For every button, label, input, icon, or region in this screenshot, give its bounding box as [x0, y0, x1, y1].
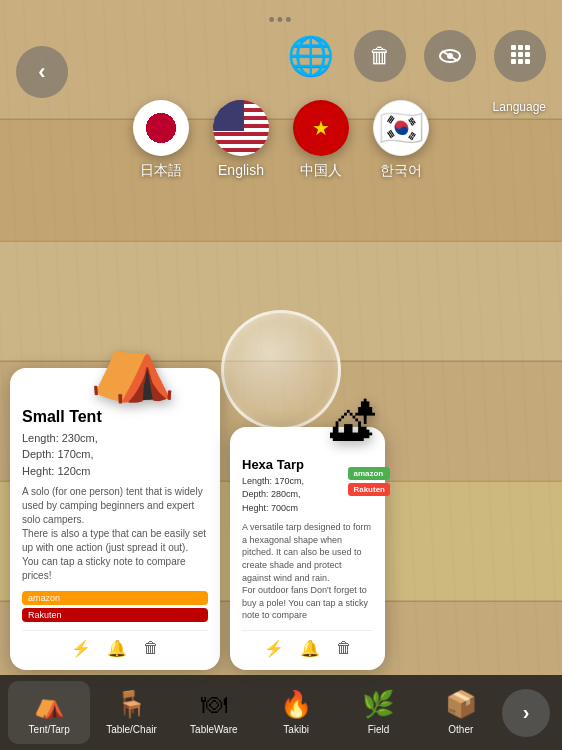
tarp-card-description: A versatile tarp designed to form a hexa… — [242, 521, 373, 622]
korea-flag: 🇰🇷 — [373, 100, 429, 156]
other-icon: 📦 — [445, 689, 477, 720]
tent-card-icons: ⚡ 🔔 🗑 — [22, 630, 208, 658]
globe-icon: 🌐 — [287, 34, 334, 78]
language-item-korean[interactable]: 🇰🇷 한국어 — [373, 100, 429, 180]
nav-items: ⛺ Tent/Tarp 🪑 Table/Chair 🍽 TableWare 🔥 … — [8, 681, 502, 744]
language-item-chinese[interactable]: ★ 中国人 — [293, 100, 349, 180]
takibi-icon: 🔥 — [280, 689, 312, 720]
nav-item-takibi[interactable]: 🔥 Takibi — [255, 681, 337, 744]
tent-image: ⛺ — [89, 323, 176, 405]
svg-rect-11 — [525, 59, 530, 64]
nav-back-button[interactable]: › — [502, 689, 550, 737]
amazon-sticky[interactable]: amazon — [348, 467, 390, 480]
japanese-label: 日本語 — [140, 162, 182, 180]
svg-rect-3 — [511, 45, 516, 50]
svg-rect-5 — [525, 45, 530, 50]
tarp-trash-icon[interactable]: 🗑 — [336, 639, 352, 658]
tent-card-title: Small Tent — [22, 408, 208, 426]
language-label: Language — [493, 100, 546, 114]
tableware-label: TableWare — [190, 724, 237, 736]
language-item-japanese[interactable]: 日本語 — [133, 100, 189, 180]
nav-back-icon: › — [523, 701, 530, 724]
table-chair-label: Table/Chair — [106, 724, 157, 736]
tent-card-specs: Length: 230cm,Depth: 170cm,Heght: 120cm — [22, 430, 208, 480]
trash-button[interactable]: 🗑 — [354, 30, 406, 82]
tent-card-description: A solo (for one person) tent that is wid… — [22, 485, 208, 583]
three-dots-menu[interactable]: ••• — [269, 10, 294, 31]
tent-shop-links: amazon Rakuten — [22, 591, 208, 622]
tent-trash-icon[interactable]: 🗑 — [143, 639, 159, 658]
svg-rect-8 — [525, 52, 530, 57]
svg-rect-4 — [518, 45, 523, 50]
svg-rect-9 — [511, 59, 516, 64]
trash-icon: 🗑 — [369, 43, 391, 69]
rakuten-link[interactable]: Rakuten — [22, 608, 208, 622]
hexa-tarp-card: 🏕 Hexa Tarp Length: 170cm,Depth: 280cm,H… — [230, 427, 385, 670]
small-tent-card: ⛺ Small Tent Length: 230cm,Depth: 170cm,… — [10, 368, 220, 671]
bottom-navigation: ⛺ Tent/Tarp 🪑 Table/Chair 🍽 TableWare 🔥 … — [0, 675, 562, 750]
nav-item-other[interactable]: 📦 Other — [420, 681, 502, 744]
toolbar-left: ‹ — [16, 46, 68, 98]
takibi-label: Takibi — [283, 724, 309, 736]
tent-tarp-label: Tent/Tarp — [29, 724, 70, 736]
field-label: Field — [368, 724, 390, 736]
tarp-card-icons: ⚡ 🔔 🗑 — [242, 630, 373, 658]
table-chair-icon: 🪑 — [115, 689, 147, 720]
globe-button[interactable]: 🌐 — [284, 30, 336, 82]
rakuten-sticky[interactable]: Rakuten — [348, 483, 390, 496]
toolbar-icons: 🌐 🗑 — [284, 30, 546, 82]
svg-rect-7 — [518, 52, 523, 57]
china-flag: ★ — [293, 100, 349, 156]
svg-rect-10 — [518, 59, 523, 64]
english-label: English — [218, 162, 264, 178]
grid-button[interactable] — [494, 30, 546, 82]
tarp-sticky-notes: amazon Rakuten — [348, 467, 390, 496]
back-button[interactable]: ‹ — [16, 46, 68, 98]
tarp-bell-icon[interactable]: 🔔 — [300, 639, 320, 658]
usa-flag — [213, 100, 269, 156]
tent-tarp-icon: ⛺ — [33, 689, 65, 720]
tarp-lightning-icon[interactable]: ⚡ — [264, 639, 284, 658]
japan-flag — [133, 100, 189, 156]
tableware-icon: 🍽 — [201, 689, 227, 720]
grid-icon — [510, 44, 530, 68]
chinese-label: 中国人 — [300, 162, 342, 180]
nav-item-table-chair[interactable]: 🪑 Table/Chair — [90, 681, 172, 744]
tent-lightning-icon[interactable]: ⚡ — [71, 639, 91, 658]
language-panel: 日本語 English ★ 中国人 🇰🇷 한국어 — [133, 100, 429, 180]
eye-icon — [439, 45, 461, 68]
korean-label: 한국어 — [380, 162, 422, 180]
language-item-english[interactable]: English — [213, 100, 269, 178]
svg-line-2 — [442, 51, 458, 61]
nav-item-tent-tarp[interactable]: ⛺ Tent/Tarp — [8, 681, 90, 744]
tent-bell-icon[interactable]: 🔔 — [107, 639, 127, 658]
amazon-link[interactable]: amazon — [22, 591, 208, 605]
eye-button[interactable] — [424, 30, 476, 82]
other-label: Other — [448, 724, 473, 736]
svg-rect-6 — [511, 52, 516, 57]
field-icon: 🌿 — [362, 689, 394, 720]
tarp-image: 🏕 — [330, 397, 375, 449]
nav-item-field[interactable]: 🌿 Field — [337, 681, 419, 744]
cards-area: ⛺ Small Tent Length: 230cm,Depth: 170cm,… — [10, 368, 552, 671]
nav-item-tableware[interactable]: 🍽 TableWare — [173, 681, 255, 744]
